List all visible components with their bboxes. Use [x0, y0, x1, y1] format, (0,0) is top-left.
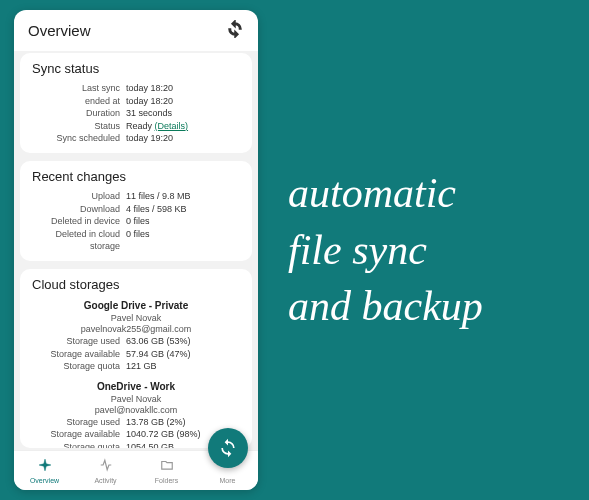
row-value: today 19:20 — [126, 132, 173, 145]
titlebar: Overview — [14, 10, 258, 51]
activity-icon — [99, 458, 113, 476]
nav-label: Activity — [94, 477, 116, 484]
row-value: today 18:20 — [126, 82, 173, 95]
sync-fab[interactable] — [208, 428, 248, 468]
row-label: Duration — [32, 107, 126, 120]
details-link[interactable]: (Details) — [155, 121, 189, 131]
row-label: Status — [32, 120, 126, 133]
row-value: 1040.72 GB (98%) — [126, 428, 201, 441]
row-label: Storage available — [32, 348, 126, 361]
storage-user: Pavel Novak — [32, 313, 240, 323]
promo-line: automatic — [288, 165, 589, 222]
info-row: Storage used13.78 GB (2%) — [32, 416, 240, 429]
info-row: Duration31 seconds — [32, 107, 240, 120]
row-value: 63.06 GB (53%) — [126, 335, 191, 348]
row-value: 4 files / 598 KB — [126, 203, 187, 216]
row-label: Storage used — [32, 416, 126, 429]
sync-status-card[interactable]: Sync status Last synctoday 18:20ended at… — [20, 53, 252, 153]
scheduled-row: Sync scheduled today 19:20 — [32, 132, 240, 145]
nav-item-overview[interactable]: Overview — [14, 451, 75, 490]
nav-label: Overview — [30, 477, 59, 484]
cloud-storages-card[interactable]: Cloud storages Google Drive - PrivatePav… — [20, 269, 252, 448]
row-value: 31 seconds — [126, 107, 172, 120]
row-label: Deleted in cloud storage — [32, 228, 126, 253]
row-label: Storage used — [32, 335, 126, 348]
card-title: Cloud storages — [32, 277, 240, 292]
phone-mockup: Overview Sync status Last synctoday 18:2… — [14, 10, 258, 490]
folder-icon — [160, 458, 174, 476]
nav-label: More — [220, 477, 236, 484]
card-title: Sync status — [32, 61, 240, 76]
row-value: 0 files — [126, 228, 150, 253]
storage-email: pavel@novakllc.com — [32, 405, 240, 415]
status-row: Status Ready (Details) — [32, 120, 240, 133]
row-value: 57.94 GB (47%) — [126, 348, 191, 361]
row-label: Download — [32, 203, 126, 216]
promo-line: and backup — [288, 278, 589, 335]
row-value: 1054.50 GB — [126, 441, 174, 448]
nav-label: Folders — [155, 477, 178, 484]
info-row: Last synctoday 18:20 — [32, 82, 240, 95]
recent-changes-card[interactable]: Recent changes Upload11 files / 9.8 MBDo… — [20, 161, 252, 261]
promo-line: file sync — [288, 222, 589, 279]
storage-account-name: Google Drive - Private — [32, 300, 240, 311]
page-title: Overview — [28, 22, 91, 39]
sparkle-icon — [38, 458, 52, 476]
info-row: Storage quota121 GB — [32, 360, 240, 373]
promo-text: automatic file sync and backup — [258, 0, 589, 500]
row-label: Deleted in device — [32, 215, 126, 228]
info-row: Deleted in device0 files — [32, 215, 240, 228]
nav-item-folders[interactable]: Folders — [136, 451, 197, 490]
row-label: Storage available — [32, 428, 126, 441]
row-value: today 18:20 — [126, 95, 173, 108]
row-value: 0 files — [126, 215, 150, 228]
sync-icon[interactable] — [226, 20, 244, 41]
row-label: ended at — [32, 95, 126, 108]
info-row: Storage available57.94 GB (47%) — [32, 348, 240, 361]
row-value: 121 GB — [126, 360, 157, 373]
content-scroll[interactable]: Sync status Last synctoday 18:20ended at… — [14, 51, 258, 450]
storage-user: Pavel Novak — [32, 394, 240, 404]
info-row: ended attoday 18:20 — [32, 95, 240, 108]
row-value: 11 files / 9.8 MB — [126, 190, 191, 203]
nav-item-activity[interactable]: Activity — [75, 451, 136, 490]
storage-email: pavelnovak255@gmail.com — [32, 324, 240, 334]
row-label: Sync scheduled — [32, 132, 126, 145]
row-label: Last sync — [32, 82, 126, 95]
row-label: Storage quota — [32, 360, 126, 373]
storage-account-name: OneDrive - Work — [32, 381, 240, 392]
row-label: Storage quota — [32, 441, 126, 448]
row-label: Upload — [32, 190, 126, 203]
info-row: Storage used63.06 GB (53%) — [32, 335, 240, 348]
info-row: Download4 files / 598 KB — [32, 203, 240, 216]
card-title: Recent changes — [32, 169, 240, 184]
info-row: Deleted in cloud storage0 files — [32, 228, 240, 253]
row-value: 13.78 GB (2%) — [126, 416, 186, 429]
status-value: Ready — [126, 121, 152, 131]
info-row: Upload11 files / 9.8 MB — [32, 190, 240, 203]
